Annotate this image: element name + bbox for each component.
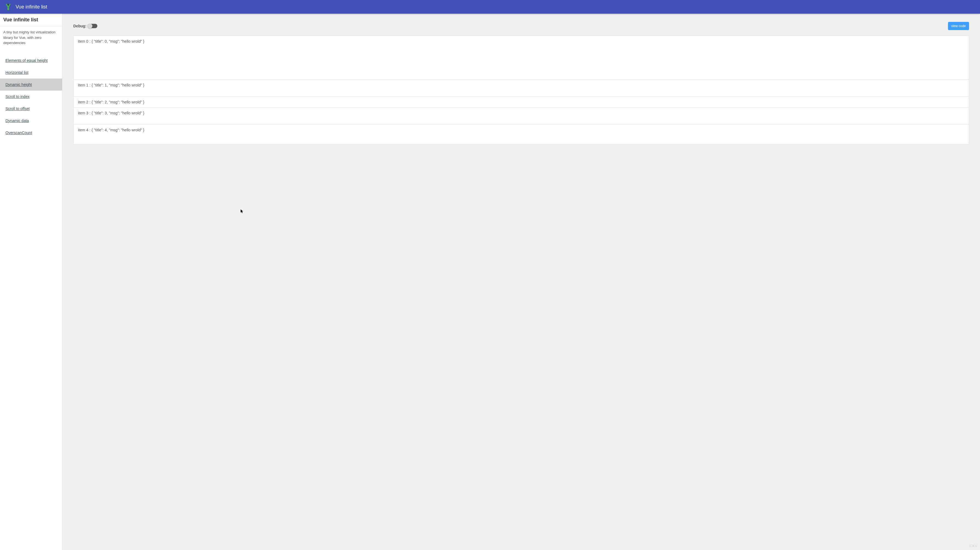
sidebar-link[interactable]: OverscanCount	[5, 131, 32, 135]
controls-row: Debug: view code	[73, 22, 969, 30]
list-item: item 2 : { "title": 2, "msg": "hello wro…	[73, 97, 969, 108]
sidebar-link[interactable]: Dynamic height	[5, 82, 32, 87]
sidebar-link[interactable]: Scroll to offset	[5, 107, 30, 111]
vue-logo-icon	[4, 3, 12, 11]
list-item: item 4 : { "title": 4, "msg": "hello wro…	[73, 124, 969, 144]
watermark: 亿速云	[969, 544, 977, 548]
sidebar-nav: Elements of equal height Horizontal list…	[0, 49, 62, 139]
sidebar-description: A tiny but mighty list virtualization li…	[0, 26, 62, 49]
virtual-list[interactable]: item 0 : { "title": 0, "msg": "hello wro…	[73, 35, 969, 145]
sidebar-link[interactable]: Elements of equal height	[5, 58, 48, 63]
view-code-button[interactable]: view code	[948, 22, 969, 30]
sidebar-title: Vue infinite list	[0, 14, 62, 26]
sidebar-link[interactable]: Horizontal list	[5, 70, 29, 75]
list-item: item 1 : { "title": 1, "msg": "hello wro…	[73, 80, 969, 97]
sidebar-item-equal-height[interactable]: Elements of equal height	[0, 54, 62, 67]
debug-toggle[interactable]	[88, 24, 97, 28]
sidebar-item-scroll-index[interactable]: Scroll to index	[0, 91, 62, 103]
sidebar: Vue infinite list A tiny but mighty list…	[0, 14, 62, 550]
debug-section: Debug:	[73, 24, 97, 28]
header-title: Vue infinite list	[16, 4, 47, 10]
sidebar-item-dynamic-data[interactable]: Dynamic data	[0, 115, 62, 127]
main-content: Debug: view code item 0 : { "title": 0, …	[62, 14, 980, 550]
sidebar-item-horizontal[interactable]: Horizontal list	[0, 67, 62, 78]
list-item: item 0 : { "title": 0, "msg": "hello wro…	[73, 36, 969, 80]
toggle-knob	[88, 24, 92, 29]
list-item: item 3 : { "title": 3, "msg": "hello wro…	[73, 108, 969, 124]
sidebar-item-scroll-offset[interactable]: Scroll to offset	[0, 103, 62, 115]
sidebar-link[interactable]: Dynamic data	[5, 118, 29, 123]
main-container: Vue infinite list A tiny but mighty list…	[0, 14, 980, 550]
sidebar-item-dynamic-height[interactable]: Dynamic height	[0, 78, 62, 91]
app-header: Vue infinite list	[0, 0, 980, 14]
sidebar-link[interactable]: Scroll to index	[5, 94, 30, 99]
sidebar-item-overscan[interactable]: OverscanCount	[0, 127, 62, 139]
svg-rect-2	[7, 8, 9, 10]
debug-label: Debug:	[73, 24, 86, 28]
